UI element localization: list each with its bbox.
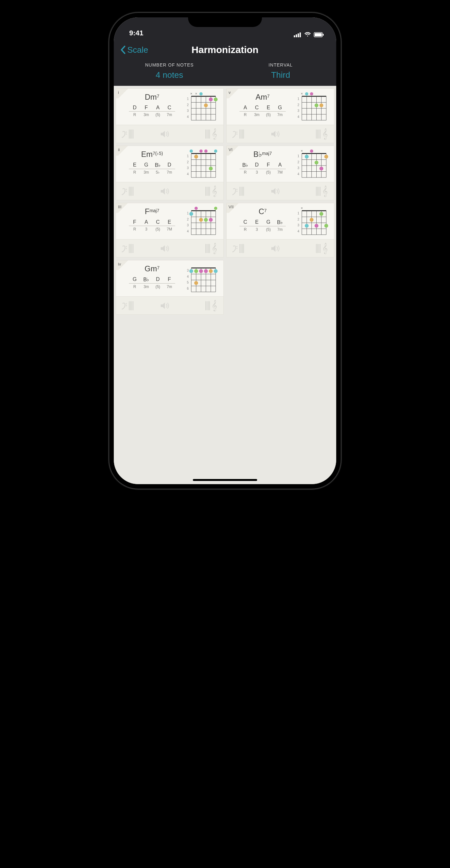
- chord-note: G: [140, 162, 152, 169]
- bass-clef-icon: [121, 128, 159, 140]
- svg-point-162: [204, 269, 208, 273]
- chord-note: B♭: [274, 219, 286, 226]
- svg-point-72: [209, 166, 213, 170]
- svg-text:×: ×: [301, 149, 303, 153]
- chord-diagram: 1234××: [186, 91, 221, 123]
- svg-point-159: [189, 269, 193, 273]
- svg-text:1: 1: [297, 97, 299, 101]
- degree-label: III: [116, 203, 130, 213]
- svg-rect-125: [302, 210, 326, 211]
- svg-point-26: [209, 97, 213, 101]
- interval-selector[interactable]: INTERVAL Third: [225, 62, 336, 80]
- chord-note: C: [152, 219, 164, 226]
- chord-note: E: [263, 105, 274, 111]
- chord-note: E: [164, 219, 175, 226]
- svg-rect-6: [323, 34, 324, 36]
- svg-point-49: [320, 103, 323, 107]
- chord-card[interactable]: VI B♭maj7 B♭DFA R3(5)7M 1234× 𝄞: [226, 146, 334, 200]
- play-sound-button[interactable]: [159, 300, 171, 311]
- svg-point-67: [190, 150, 193, 153]
- svg-text:×: ×: [301, 206, 303, 210]
- svg-point-97: [236, 191, 237, 192]
- svg-text:3: 3: [297, 223, 299, 227]
- svg-point-143: [236, 248, 237, 249]
- chord-interval: R: [129, 111, 140, 117]
- chord-card[interactable]: VII C7 CEGB♭ R3(5)7m 1234× 𝄞: [226, 203, 334, 257]
- bass-clef-icon: [121, 243, 159, 254]
- svg-point-50: [236, 131, 237, 133]
- chord-interval: 3m: [251, 111, 263, 117]
- play-sound-button[interactable]: [159, 186, 171, 197]
- svg-text:1: 1: [297, 154, 299, 158]
- bass-clef-icon: [121, 186, 159, 197]
- chord-card[interactable]: v Am7 ACEG R3m(5)7m 1234× 𝄞: [226, 88, 334, 143]
- chord-playback-bar: 𝄞: [227, 182, 334, 200]
- svg-point-167: [126, 305, 127, 306]
- staff-lines: [171, 186, 210, 197]
- chord-interval: (5): [152, 226, 164, 231]
- svg-text:4: 4: [297, 229, 299, 233]
- chord-card[interactable]: ii Em7(♭5) EGB♭D R3m5♭7m 1234 𝄞: [116, 146, 224, 200]
- svg-rect-11: [191, 96, 216, 97]
- svg-text:1: 1: [297, 212, 299, 215]
- chord-interval: 7m: [164, 283, 175, 289]
- svg-text:3: 3: [187, 109, 189, 113]
- staff-lines: [171, 300, 210, 311]
- chord-interval: R: [239, 169, 251, 175]
- degree-label: i: [116, 89, 130, 98]
- chord-interval: R: [239, 226, 251, 232]
- chord-card[interactable]: i Dm7 DFAC R3m(5)7m 1234×× 𝄞: [116, 88, 224, 143]
- chord-note: A: [152, 105, 164, 111]
- svg-text:1: 1: [187, 212, 189, 215]
- svg-rect-1: [296, 34, 297, 37]
- chord-note: G: [263, 219, 274, 226]
- play-sound-button[interactable]: [159, 128, 171, 140]
- staff-lines: [282, 128, 320, 140]
- staff-lines: [171, 128, 210, 140]
- svg-point-48: [315, 103, 319, 107]
- svg-text:2: 2: [297, 218, 299, 221]
- svg-point-164: [214, 269, 218, 273]
- chord-note: C: [239, 219, 251, 226]
- chord-note: D: [251, 162, 263, 169]
- svg-point-51: [236, 133, 237, 135]
- chord-card[interactable]: III Fmaj7 FACE R3(5)7M 1234 𝄞: [116, 203, 224, 257]
- play-sound-button[interactable]: [270, 128, 282, 140]
- svg-point-138: [310, 218, 313, 222]
- page-title: Harmonization: [192, 44, 258, 55]
- status-icons: [294, 32, 324, 37]
- wifi-icon: [304, 32, 311, 37]
- degree-label: VI: [227, 146, 241, 156]
- home-indicator[interactable]: [193, 479, 257, 481]
- svg-point-92: [305, 155, 309, 158]
- svg-text:4: 4: [187, 172, 189, 176]
- svg-point-96: [236, 189, 237, 190]
- chord-note: G: [129, 277, 140, 283]
- chord-card[interactable]: iv Gm7 GB♭DF R3m(5)7m 3456 𝄞: [116, 260, 224, 315]
- treble-clef-icon: 𝄞: [320, 185, 329, 198]
- bass-clef-icon: [231, 186, 270, 197]
- treble-clef-icon: 𝄞: [210, 185, 219, 198]
- treble-clef-icon: 𝄞: [320, 242, 329, 255]
- svg-point-116: [199, 218, 203, 222]
- chord-note: G: [274, 105, 286, 111]
- chord-note: D: [164, 162, 175, 169]
- svg-text:3: 3: [297, 166, 299, 170]
- svg-point-114: [214, 207, 217, 210]
- svg-text:2: 2: [297, 103, 299, 107]
- chord-interval: 7m: [164, 169, 175, 175]
- svg-text:4: 4: [187, 229, 189, 233]
- chord-interval: (5): [152, 111, 164, 117]
- notes-selector[interactable]: NUMBER OF NOTES 4 notes: [114, 62, 225, 80]
- svg-point-95: [324, 155, 328, 158]
- chord-note: B♭: [152, 162, 164, 169]
- svg-text:5: 5: [187, 281, 189, 284]
- play-sound-button[interactable]: [270, 186, 282, 197]
- chord-interval: 3: [140, 226, 152, 231]
- back-button[interactable]: Scale: [120, 45, 148, 55]
- play-sound-button[interactable]: [270, 243, 282, 254]
- svg-text:4: 4: [297, 172, 299, 176]
- chord-grid[interactable]: i Dm7 DFAC R3m(5)7m 1234×× 𝄞 v Am7 ACEG …: [114, 86, 336, 484]
- play-sound-button[interactable]: [159, 243, 171, 254]
- svg-text:2: 2: [187, 160, 189, 164]
